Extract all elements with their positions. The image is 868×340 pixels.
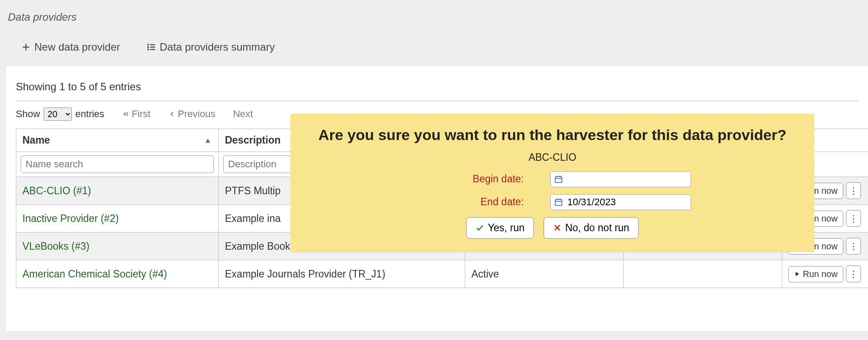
end-date-field[interactable] [550, 194, 691, 210]
name-cell: American Chemical Society (#4) [16, 260, 219, 288]
chevron-left-icon [168, 110, 176, 118]
more-actions-button[interactable]: ⋮ [846, 266, 861, 282]
modal-title: Are you sure you want to run the harvest… [313, 125, 792, 145]
summary-label: Data providers summary [160, 41, 275, 53]
begin-date-input[interactable] [567, 174, 687, 185]
play-icon [794, 271, 800, 277]
provider-link[interactable]: VLeBooks (#3) [22, 240, 89, 252]
confirm-run-modal: Are you sure you want to run the harvest… [291, 114, 814, 252]
no-label: No, do not run [565, 222, 629, 234]
more-actions-button[interactable]: ⋮ [846, 182, 861, 199]
sort-asc-icon: ▲ [204, 137, 211, 144]
svg-marker-11 [796, 272, 799, 276]
svg-rect-12 [555, 177, 562, 182]
svg-point-4 [148, 49, 149, 50]
pager-previous-label: Previous [178, 108, 216, 120]
col-name-label: Name [22, 134, 50, 146]
provider-link[interactable]: Inactive Provider (#2) [22, 213, 119, 224]
run-label: Run now [803, 269, 838, 279]
plus-icon [21, 42, 31, 52]
more-actions-button[interactable]: ⋮ [846, 210, 861, 227]
entries-select[interactable]: 102050100 [44, 107, 72, 121]
provider-link[interactable]: ABC-CLIO (#1) [22, 185, 91, 196]
data-providers-summary-button[interactable]: Data providers summary [147, 41, 275, 53]
provider-link[interactable]: American Chemical Society (#4) [22, 268, 167, 280]
pager-first-label: First [132, 108, 151, 120]
new-data-provider-button[interactable]: New data provider [21, 41, 120, 53]
name-cell: ABC-CLIO (#1) [16, 177, 219, 205]
pager-previous[interactable]: Previous [168, 108, 216, 120]
check-icon [475, 223, 484, 232]
page-title: Data providers [0, 0, 868, 23]
table-row: American Chemical Society (#4) Example J… [16, 260, 868, 288]
yes-label: Yes, run [488, 222, 525, 234]
yes-run-button[interactable]: Yes, run [466, 217, 534, 239]
svg-rect-16 [555, 200, 562, 205]
calendar-icon [554, 175, 563, 184]
begin-date-label: Begin date: [414, 173, 524, 185]
end-date-label: End date: [414, 196, 524, 208]
end-date-input[interactable] [567, 196, 687, 208]
x-icon [553, 223, 562, 232]
entries-info: Showing 1 to 5 of 5 entries [16, 75, 858, 101]
description-cell: Example Journals Provider (TR_J1) [219, 260, 465, 288]
pager-next[interactable]: Next [233, 108, 253, 120]
status-cell: Active [465, 260, 624, 288]
modal-form: Begin date: End date: [313, 171, 792, 210]
no-run-button[interactable]: No, do not run [544, 217, 639, 239]
show-entries: Show 102050100 entries [16, 107, 104, 121]
toolbar: New data provider Data providers summary [0, 23, 868, 67]
modal-provider-name: ABC-CLIO [313, 152, 792, 163]
new-data-provider-label: New data provider [34, 41, 120, 53]
pager-next-label: Next [233, 108, 253, 120]
modal-actions: Yes, run No, do not run [313, 217, 792, 239]
more-actions-button[interactable]: ⋮ [846, 238, 861, 255]
show-suffix: entries [75, 108, 104, 120]
begin-date-field[interactable] [550, 171, 691, 187]
actions-cell: Run now ⋮ [782, 260, 868, 288]
name-cell: Inactive Provider (#2) [16, 205, 219, 233]
name-search-input[interactable] [21, 155, 214, 173]
pager-first[interactable]: First [122, 108, 151, 120]
svg-point-2 [148, 44, 149, 45]
chevrons-left-icon [122, 110, 130, 118]
pager: First Previous Next [122, 108, 253, 120]
run-now-button[interactable]: Run now [788, 266, 843, 282]
last-run-cell [624, 260, 782, 288]
list-icon [147, 42, 156, 52]
separator [16, 101, 858, 101]
show-prefix: Show [16, 108, 40, 120]
svg-point-3 [148, 47, 149, 48]
calendar-icon [554, 198, 563, 207]
name-cell: VLeBooks (#3) [16, 233, 219, 260]
col-name[interactable]: Name ▲ [16, 129, 219, 152]
